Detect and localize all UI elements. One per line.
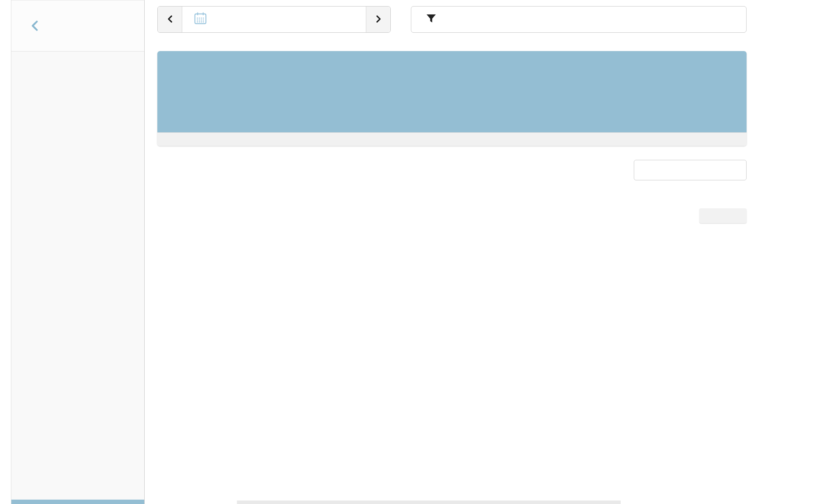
stats-counts — [157, 51, 747, 132]
filter-box — [411, 6, 747, 33]
top-controls — [157, 6, 747, 33]
back-chevron-icon[interactable] — [31, 21, 38, 31]
sidebar — [11, 0, 145, 504]
date-range-picker — [157, 6, 391, 33]
filter-funnel-icon — [426, 14, 436, 25]
table-footer — [157, 208, 747, 223]
page-bottom-strip — [237, 501, 621, 504]
calendar-icon — [194, 11, 207, 28]
chevron-right-icon — [376, 15, 381, 24]
tasks-page — [0, 0, 813, 504]
stats-bar — [157, 51, 747, 146]
main-content — [157, 0, 747, 223]
sidebar-header — [11, 0, 144, 52]
next-period-button[interactable] — [366, 7, 390, 32]
sidebar-bottom-bar — [11, 500, 144, 504]
search-row — [157, 160, 747, 180]
pagination — [699, 208, 747, 223]
stats-date-ranges — [157, 132, 747, 146]
search-input[interactable] — [634, 160, 747, 180]
chevron-left-icon — [168, 15, 172, 24]
filter-input[interactable] — [443, 7, 746, 32]
date-range-display[interactable] — [182, 7, 366, 32]
prev-period-button[interactable] — [158, 7, 182, 32]
